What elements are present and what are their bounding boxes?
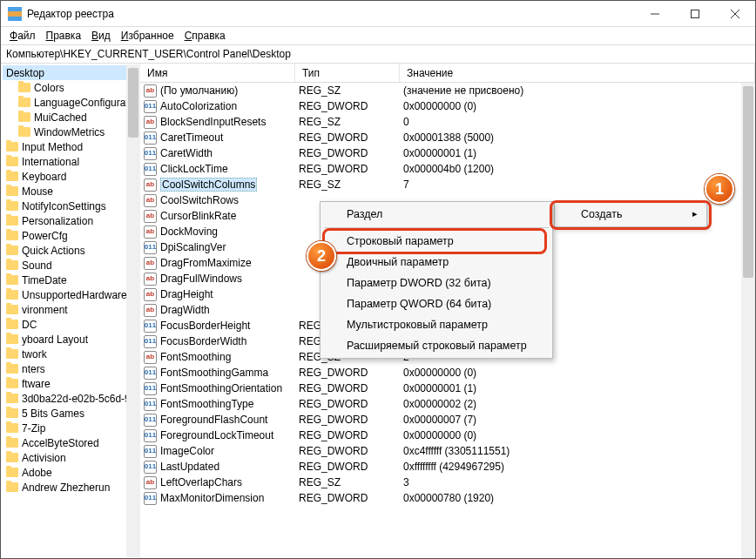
tree-item[interactable]: WindowMetrics [3,125,139,139]
menu-edit[interactable]: Правка [41,28,87,44]
value-row[interactable]: 011ClickLockTimeREG_DWORD0x000004b0 (120… [140,161,755,177]
tree-item[interactable]: Keyboard [3,169,139,184]
tree-item[interactable]: Colors [3,80,139,95]
folder-icon [6,305,18,314]
value-name: CaretTimeout [160,131,223,144]
value-name: FocusBorderWidth [160,335,246,347]
tree-item[interactable]: Adobe [3,465,139,480]
tree-item[interactable]: Quick Actions [3,243,139,258]
tree-item[interactable]: PowerCfg [3,228,139,243]
value-type: REG_SZ [295,116,400,128]
minimize-button[interactable] [635,1,675,27]
dword-value-icon: 011 [144,100,157,113]
value-row[interactable]: 011MaxMonitorDimensionREG_DWORD0x0000078… [140,490,755,506]
maximize-button[interactable] [675,1,715,27]
registry-tree[interactable]: DesktopColorsLanguageConfiguratMuiCached… [1,64,140,558]
tree-item[interactable]: MuiCached [3,110,139,125]
tree-item[interactable]: 7-Zip [3,421,139,435]
string-value-icon: ab [144,194,157,207]
tree-item[interactable]: UnsupportedHardwareN [3,287,139,302]
tree-label: 5 Bits Games [22,407,84,420]
dword-value-icon: 011 [144,241,157,254]
value-row[interactable]: 011FontSmoothingTypeREG_DWORD0x00000002 … [140,396,755,412]
value-data: 0 [400,116,755,128]
menu-view[interactable]: Вид [86,28,116,44]
ctx-new-multi[interactable]: Мультистроковый параметр [322,314,550,335]
tree-label: yboard Layout [22,333,88,346]
folder-icon [6,438,18,448]
value-data: 0x00000001 (1) [400,382,755,394]
value-row[interactable]: abCoolSwitchColumnsREG_SZ7 [140,177,755,192]
folder-icon [6,320,18,329]
value-row[interactable]: 011CaretTimeoutREG_DWORD0x00001388 (5000… [140,130,755,145]
menu-file[interactable]: Файл [4,28,41,44]
value-row[interactable]: 011CaretWidthREG_DWORD0x00000001 (1) [140,145,755,161]
ctx-new-string[interactable]: Строковый параметр [322,231,550,252]
value-row[interactable]: 011FontSmoothingOrientationREG_DWORD0x00… [140,381,755,396]
column-headers[interactable]: Имя Тип Значение [140,64,755,83]
close-button[interactable] [715,1,755,27]
value-row[interactable]: 011ForegroundLockTimeoutREG_DWORD0x00000… [140,428,755,443]
menu-help[interactable]: Справка [179,28,231,44]
tree-label: TimeDate [22,274,67,286]
list-scrollbar[interactable] [741,83,755,558]
ctx-new-expand[interactable]: Расширяемый строковый параметр [322,335,550,356]
ctx-new-binary[interactable]: Двоичный параметр [322,252,550,273]
string-value-icon: ab [144,304,157,317]
tree-item[interactable]: 5 Bits Games [3,406,139,421]
ctx-new-dword[interactable]: Параметр DWORD (32 бита) [322,273,550,293]
tree-scrollbar[interactable] [126,64,140,557]
tree-item[interactable]: ftware [3,376,139,391]
tree-item[interactable]: International [3,154,139,169]
context-menu-primary[interactable]: Создать [554,201,707,227]
folder-icon [6,231,18,240]
folder-icon [6,275,18,285]
tree-item[interactable]: 3d0ba22d-e02b-5c6d-93 [3,391,139,406]
folder-icon [6,423,18,433]
tree-label: 7-Zip [22,422,45,434]
value-row[interactable]: abLeftOverlapCharsREG_SZ3 [140,475,755,490]
col-data[interactable]: Значение [400,64,755,82]
tree-item[interactable]: Activision [3,450,139,465]
value-data: 7 [400,178,755,191]
ctx-create[interactable]: Создать [557,204,705,225]
address-bar[interactable]: Компьютер\HKEY_CURRENT_USER\Control Pane… [1,44,755,64]
value-row[interactable]: 011ImageColorREG_DWORD0xc4ffffff (330511… [140,443,755,459]
tree-item[interactable]: Personalization [3,213,139,228]
value-row[interactable]: ab(По умолчанию)REG_SZ(значение не присв… [140,83,755,98]
tree-item[interactable]: TimeDate [3,273,139,287]
value-row[interactable]: 011LastUpdatedREG_DWORD0xffffffff (42949… [140,459,755,475]
tree-item[interactable]: nters [3,361,139,376]
regedit-icon [8,7,22,21]
value-row[interactable]: abBlockSendInputResetsREG_SZ0 [140,114,755,130]
tree-item[interactable]: Desktop [3,65,139,80]
col-type[interactable]: Тип [295,64,400,82]
tree-item[interactable]: LanguageConfigurat [3,95,139,110]
tree-item[interactable]: DC [3,317,139,332]
tree-item[interactable]: NotifyIconSettings [3,199,139,213]
col-name[interactable]: Имя [140,64,295,82]
tree-label: Colors [34,82,64,94]
tree-label: Activision [22,452,66,464]
value-type: REG_SZ [295,476,400,488]
tree-item[interactable]: Sound [3,258,139,273]
value-name: DragWidth [160,304,210,316]
ctx-new-key[interactable]: Раздел [322,204,550,225]
value-data: 0x00000002 (2) [400,398,755,410]
tree-item[interactable]: AccelByteStored [3,435,139,450]
context-menu-new-submenu[interactable]: Раздел Строковый параметр Двоичный парам… [320,201,553,359]
tree-item[interactable]: Input Method [3,139,139,154]
tree-item[interactable]: yboard Layout [3,332,139,347]
menu-favorites[interactable]: Избранное [116,28,179,44]
ctx-new-qword[interactable]: Параметр QWORD (64 бита) [322,293,550,314]
tree-item[interactable]: Andrew Zhezherun [3,480,139,495]
tree-item[interactable]: vironment [3,302,139,317]
folder-icon [6,468,18,477]
value-row[interactable]: 011ForegroundFlashCountREG_DWORD0x000000… [140,412,755,428]
value-row[interactable]: 011FontSmoothingGammaREG_DWORD0x00000000… [140,365,755,381]
value-row[interactable]: 011AutoColorizationREG_DWORD0x00000000 (… [140,98,755,114]
tree-label: WindowMetrics [34,126,105,138]
value-data: 0x00000780 (1920) [400,492,755,504]
tree-item[interactable]: Mouse [3,184,139,199]
tree-item[interactable]: twork [3,347,139,361]
